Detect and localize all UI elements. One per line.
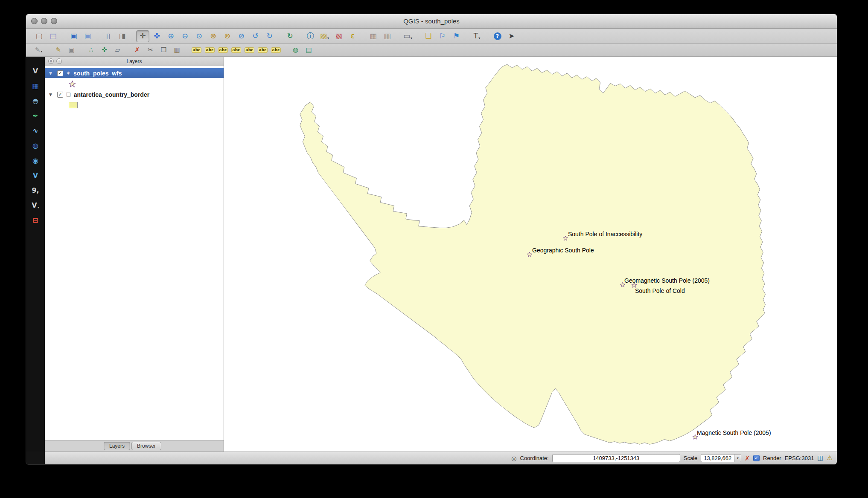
coordinate-input[interactable] [552,454,680,462]
remove-layer-icon[interactable]: ⊟ [29,214,42,226]
select-by-expression-icon[interactable]: ε [346,30,359,42]
add-postgis-layer-icon[interactable]: ◓ [29,95,42,107]
toolbar-button-icon: ε [351,32,355,40]
toolbar-button-icon: ⊙ [196,32,202,40]
toolbar-button-icon: ? [494,32,501,40]
text-annotation-icon[interactable]: T ▾ [470,30,484,42]
expander-icon[interactable]: ▼ [49,71,54,75]
toolbar-button-icon: ↻ [287,32,293,40]
save-project-icon[interactable]: ▣ [67,30,80,42]
stop-rendering-icon[interactable]: ✗ [745,455,750,461]
add-delimited-text-layer-icon[interactable]: 9, [29,185,42,196]
measure-icon[interactable]: ▭ ▾ [401,30,414,42]
add-wms-layer-icon[interactable]: ◍ [29,140,42,151]
add-feature-icon[interactable]: ∴ [85,45,97,55]
map-tips-icon[interactable]: ❏ [422,30,435,42]
add-wcs-layer-icon[interactable]: ◉ [29,155,42,166]
layer-stack-icon[interactable]: ▤ [303,45,315,55]
toolbar-button-icon: ✎ [35,47,41,53]
deselect-features-icon[interactable]: ▧ [332,30,345,42]
whats-this-icon[interactable]: ➤ [505,30,518,42]
move-feature-icon[interactable]: ✜ [98,45,111,55]
help-contents-icon[interactable]: ? [491,30,504,42]
composer-manager-icon[interactable]: ◨ [116,30,129,42]
label-rotate-icon[interactable]: abc [230,45,242,55]
add-wfs-layer-icon[interactable]: V [29,170,42,181]
field-calculator-icon[interactable]: ▥ [381,30,394,42]
toolbar-button-icon: abc [271,47,281,53]
refresh-map-icon[interactable]: ↻ [283,30,297,42]
label-move-icon[interactable]: abc [217,45,229,55]
label-pin-icon[interactable]: abc [243,45,256,55]
pan-map-icon[interactable]: ✛ [136,30,149,42]
copy-features-icon[interactable]: ❐ [157,45,170,55]
scale-combo[interactable]: 13,829,662 ▾ [701,454,741,462]
toolbar-button-icon: ❐ [161,47,166,53]
titlebar[interactable]: QGIS - south_poles [26,14,837,29]
panel-close-icon[interactable]: × [48,58,54,64]
panel-detach-icon[interactable]: ◦ [56,58,62,64]
new-print-composer-icon[interactable]: ▯ [102,30,115,42]
layer-labeling-icon[interactable]: abc [190,45,203,55]
label-show-hide-icon[interactable]: abc [256,45,269,55]
zoom-to-selection-icon[interactable]: ⊚ [221,30,234,42]
layer-label: antarctica_country_border [74,91,149,98]
save-layer-edits-icon[interactable]: ▣ [65,45,78,55]
identify-features-icon[interactable]: ⓘ [304,30,317,42]
select-features-icon[interactable]: ▨ ▾ [318,30,331,42]
add-vector-layer-icon[interactable]: V [29,65,42,77]
zoom-in-icon[interactable]: ⊕ [164,30,178,42]
zoom-actual-size-icon[interactable]: ⊙ [192,30,206,42]
layer-toolbar-icon: ◓ [32,98,38,104]
zoom-out-icon[interactable]: ⊖ [178,30,192,42]
web-globe-icon[interactable]: ◍ [289,45,302,55]
delete-selected-icon[interactable]: ✗ [131,45,143,55]
node-tool-icon[interactable]: ▱ [111,45,124,55]
toolbar-button-icon: ▥ [174,47,180,53]
layer-visibility-checkbox[interactable]: ✓ [57,70,63,76]
extents-toggle-icon[interactable]: ◎ [511,455,516,461]
tab-layers[interactable]: Layers [104,442,130,450]
tab-browser[interactable]: Browser [131,442,161,450]
zoom-full-extent-icon[interactable]: ⊛ [207,30,220,42]
new-project-icon[interactable]: ▢ [32,30,46,42]
vector-layer-menu-icon[interactable]: V ▾ [29,200,42,211]
toolbar-button-icon: abc [245,47,255,53]
window-title: QGIS - south_poles [26,14,837,28]
zoom-to-layer-icon[interactable]: ⊘ [235,30,248,42]
open-project-icon[interactable]: ▤ [47,30,60,42]
zoom-next-icon[interactable]: ↻ [263,30,276,42]
expander-icon[interactable]: ▼ [49,93,54,97]
paste-features-icon[interactable]: ▥ [171,45,183,55]
crs-projection-icon[interactable]: ◫ [817,455,823,461]
label-properties-icon[interactable]: abc [270,45,282,55]
current-edits-icon[interactable]: ✎ ▾ [32,45,45,55]
star-marker-icon [563,236,568,241]
layer-toolbar-icon: 9, [32,187,39,194]
toolbar-button-icon: ⚑ [453,32,460,40]
add-spatialite-layer-icon[interactable]: ∿ [29,125,42,136]
layer-visibility-checkbox[interactable]: ✓ [57,92,63,98]
message-log-icon[interactable]: ⚠ [827,455,833,461]
map-canvas[interactable]: South Pole of Inaccessibility Geographic… [224,57,837,452]
save-project-as-icon[interactable]: ▣ [81,30,94,42]
add-raster-layer-icon[interactable]: ▦ [29,80,42,92]
scale-combo-arrow-icon[interactable]: ▾ [734,455,741,462]
new-shapefile-layer-icon[interactable]: ✒ [29,110,42,122]
label-add-icon[interactable]: abc [204,45,216,55]
show-bookmarks-icon[interactable]: ⚑ [450,30,463,42]
layer-item-south-poles-wfs[interactable]: ▼ ✓ ✶ south_poles_wfs [45,68,224,78]
open-attribute-table-icon[interactable]: ▦ [367,30,380,42]
toggle-editing-icon[interactable]: ✎ [52,45,64,55]
new-bookmark-icon[interactable]: ⚐ [436,30,449,42]
render-checkbox[interactable]: ✓ [753,455,760,461]
toolbar-button-icon: ▣ [68,47,74,53]
layer-item-antarctica-country-border[interactable]: ▼ ✓ ❏ antarctica_country_border [45,90,224,99]
layer-toolbar-icon: ◍ [32,142,38,149]
toolbar-button-icon: ⚐ [439,32,446,40]
cut-features-icon[interactable]: ✂ [144,45,157,55]
pan-to-selection-icon[interactable]: ✜ [150,30,163,42]
panel-buttons: × ◦ [48,58,62,64]
toolbar-button-icon: ▣ [70,32,77,40]
zoom-last-icon[interactable]: ↺ [249,30,262,42]
